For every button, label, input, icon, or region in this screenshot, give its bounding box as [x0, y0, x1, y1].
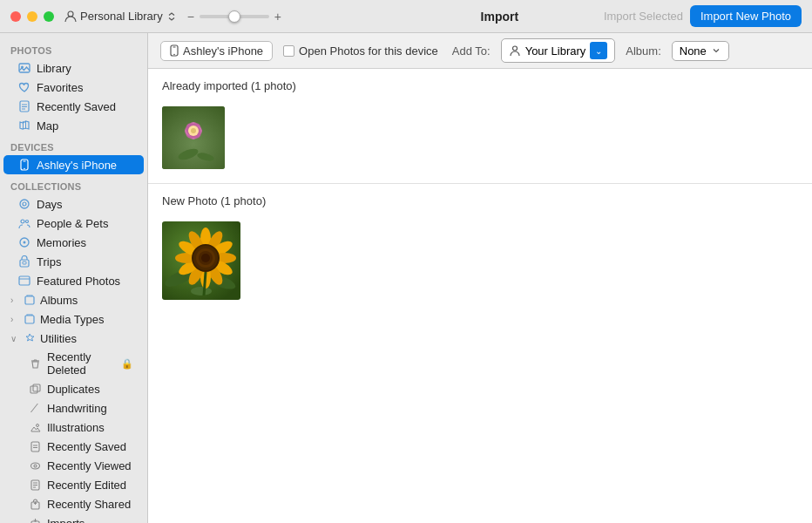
sidebar-item-utilities[interactable]: ∨ Utilities	[3, 329, 144, 348]
svg-point-27	[36, 424, 38, 426]
zoom-minus-icon: −	[187, 10, 194, 24]
album-dropdown[interactable]: None	[672, 41, 729, 61]
sidebar-item-handwriting[interactable]: ∕ Handwriting	[3, 398, 144, 418]
svg-rect-25	[30, 386, 37, 393]
trips-icon	[17, 255, 31, 268]
zoom-controls: − +	[187, 10, 396, 24]
favorites-label: Favorites	[37, 81, 83, 94]
sidebar-item-featured[interactable]: Featured Photos	[3, 271, 144, 290]
open-photos-checkbox[interactable]	[283, 45, 294, 57]
library-dropdown[interactable]: Your Library ⌄	[501, 38, 616, 63]
svg-point-15	[26, 221, 29, 223]
import-selected-button[interactable]: Import Selected	[604, 10, 683, 23]
window-controls	[10, 11, 54, 22]
sidebar-item-illustrations[interactable]: Illustrations	[3, 418, 144, 437]
toolbar-right: Import Selected Import New Photo	[604, 5, 802, 27]
library-icon	[17, 61, 31, 75]
sidebar-header-devices: Devices	[0, 135, 147, 155]
people-pets-label: People & Pets	[37, 217, 108, 230]
already-imported-title: Already imported (1 photo)	[148, 69, 812, 99]
pink-flower-thumb	[162, 106, 225, 169]
people-icon	[17, 216, 31, 230]
already-imported-photo[interactable]	[162, 106, 225, 169]
svg-point-43	[512, 46, 517, 51]
sidebar-item-imports[interactable]: Imports	[3, 513, 144, 523]
recently-shared-icon	[28, 497, 42, 511]
sidebar-item-media-types[interactable]: › Media Types	[3, 309, 144, 329]
recently-saved-label: Recently Saved	[37, 100, 116, 113]
sidebar-item-iphone[interactable]: Ashley's iPhone	[3, 155, 144, 174]
main-layout: Photos Library Favorites Recently Saved …	[0, 33, 812, 523]
open-photos-label[interactable]: Open Photos for this device	[283, 44, 438, 58]
memories-icon	[17, 235, 31, 249]
library-selector[interactable]: Personal Library	[64, 10, 177, 23]
new-photo-thumb[interactable]	[162, 221, 240, 300]
recently-edited-label: Recently Edited	[47, 479, 126, 492]
minimize-button[interactable]	[27, 11, 37, 22]
sidebar-item-recently-saved[interactable]: Recently Saved	[3, 97, 144, 116]
svg-point-57	[191, 287, 212, 295]
sidebar-item-memories[interactable]: Memories	[3, 233, 144, 252]
svg-point-17	[24, 241, 26, 244]
albums-expand-icon: ›	[10, 295, 19, 305]
library-dropdown-icon	[509, 44, 521, 57]
utilities-icon	[23, 331, 37, 345]
recently-shared-label: Recently Shared	[47, 498, 131, 511]
sidebar-item-albums[interactable]: › Albums	[3, 290, 144, 309]
sidebar-item-recently-viewed[interactable]: Recently Viewed	[3, 456, 144, 475]
recently-viewed-icon	[28, 458, 42, 472]
svg-rect-18	[20, 260, 29, 267]
svg-rect-19	[23, 262, 26, 264]
map-icon	[17, 119, 31, 132]
album-value: None	[680, 44, 707, 58]
sidebar-header-collections: Collections	[0, 174, 147, 194]
album-label: Album:	[626, 44, 660, 58]
recently-deleted-label: Recently Deleted	[47, 350, 112, 377]
sidebar-item-days[interactable]: Days	[3, 194, 144, 214]
title-bar: Personal Library − + Import Import Selec…	[0, 0, 812, 33]
handwriting-label: Handwriting	[47, 402, 107, 415]
close-button[interactable]	[10, 11, 21, 22]
library-label: Library	[37, 62, 71, 75]
duplicates-label: Duplicates	[47, 383, 100, 396]
days-label: Days	[37, 198, 63, 211]
recently-edited-icon	[28, 478, 42, 492]
library-dropdown-arrow: ⌄	[590, 42, 607, 59]
lock-icon: 🔒	[121, 358, 133, 370]
add-to-label: Add To:	[452, 44, 491, 58]
favorites-icon	[17, 80, 31, 94]
svg-point-31	[30, 463, 39, 469]
yellow-flower-thumb	[162, 221, 240, 300]
illustrations-label: Illustrations	[47, 421, 105, 434]
sidebar-item-favorites[interactable]: Favorites	[3, 78, 144, 97]
maximize-button[interactable]	[44, 11, 54, 22]
trips-label: Trips	[37, 255, 61, 268]
albums-label: Albums	[40, 294, 78, 307]
album-dropdown-arrow	[711, 45, 721, 56]
sidebar-item-recently-saved-util[interactable]: Recently Saved	[3, 437, 144, 456]
chevron-updown-icon	[166, 11, 177, 22]
svg-point-12	[20, 200, 29, 208]
sidebar-item-library[interactable]: Library	[3, 58, 144, 78]
title-text: Import	[481, 10, 519, 24]
duplicates-icon	[28, 382, 42, 396]
sidebar-item-trips[interactable]: Trips	[3, 252, 144, 271]
svg-point-32	[34, 465, 37, 467]
device-tab[interactable]: Ashley's iPhone	[160, 41, 273, 61]
import-new-button[interactable]: Import New Photo	[690, 5, 802, 27]
utilities-expand-icon: ∨	[10, 334, 19, 343]
sidebar-item-recently-deleted[interactable]: Recently Deleted 🔒	[3, 348, 144, 379]
sidebar-item-duplicates[interactable]: Duplicates	[3, 379, 144, 398]
sidebar-item-recently-edited[interactable]: Recently Edited	[3, 475, 144, 494]
device-tab-label: Ashley's iPhone	[183, 44, 263, 58]
svg-rect-28	[31, 442, 39, 452]
zoom-slider[interactable]	[200, 15, 269, 18]
utilities-label: Utilities	[40, 332, 77, 345]
sidebar-item-people-pets[interactable]: People & Pets	[3, 214, 144, 233]
svg-rect-1	[19, 64, 30, 72]
person-icon	[64, 10, 77, 23]
albums-icon	[23, 293, 37, 307]
sidebar-item-recently-shared[interactable]: Recently Shared	[3, 494, 144, 513]
media-types-expand-icon: ›	[10, 315, 19, 324]
sidebar-item-map[interactable]: Map	[3, 116, 144, 135]
